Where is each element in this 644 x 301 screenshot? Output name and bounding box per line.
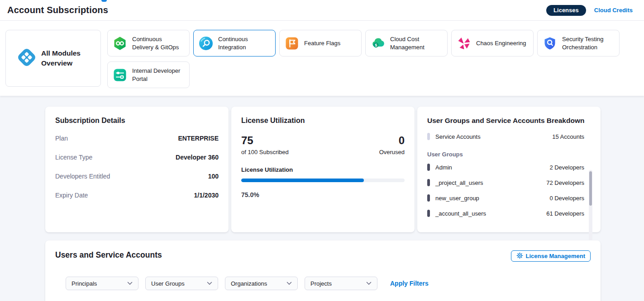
module-tile-idp[interactable]: Internal Developer Portal [107, 61, 190, 88]
group-name: Admin [435, 164, 452, 171]
group-name: _project_all_users [435, 179, 483, 186]
service-accounts-label: Service Accounts [435, 133, 481, 140]
gear-icon [516, 252, 523, 260]
dropdown-label: Projects [310, 280, 332, 287]
users-service-accounts-card: Users and Service Accounts License Manag… [45, 240, 601, 301]
group-list-scrollbar-thumb[interactable] [589, 171, 592, 206]
user-groups-heading: User Groups [427, 151, 591, 158]
license-utilization-card: License Utilization 75 of 100 Subscribed… [231, 107, 415, 232]
module-tile-ff[interactable]: Feature Flags [279, 30, 362, 56]
ci-icon [199, 37, 213, 50]
license-management-button[interactable]: License Management [511, 250, 591, 262]
module-tile-label: Cloud Cost Management [390, 35, 443, 51]
detail-value: Developer 360 [176, 154, 219, 161]
apply-filters-link[interactable]: Apply Filters [390, 280, 429, 287]
module-tile-sto[interactable]: Security Testing Orchestration [537, 30, 620, 56]
projects-dropdown[interactable]: Projects [305, 277, 377, 290]
summary-cards-row: Subscription Details Plan ENTERPRISE Lic… [45, 107, 644, 232]
group-marker [427, 194, 430, 202]
chevron-down-icon [366, 282, 372, 285]
feature-flags-icon [285, 37, 299, 50]
page-title: Account Subscriptions [7, 5, 108, 15]
licenses-tab[interactable]: Licenses [546, 5, 586, 16]
utilization-progress-track [241, 179, 405, 182]
detail-value: 100 [208, 173, 219, 180]
overused-count: 0 [379, 135, 405, 146]
group-value: 61 Developers [546, 210, 584, 217]
all-modules-icon [17, 47, 37, 69]
utilization-percent: 75.0% [241, 191, 405, 198]
used-block: 75 of 100 Subscribed [241, 135, 289, 155]
detail-label: License Type [55, 154, 92, 161]
user-group-row: _account_all_users 61 Developers [427, 206, 591, 221]
header-tabs: Licenses Cloud Credits [546, 5, 633, 16]
detail-row-license-type: License Type Developer 360 [55, 149, 219, 165]
filters-row: Principals User Groups Organizations Pro… [66, 277, 591, 290]
detail-label: Developers Entitled [55, 173, 110, 180]
module-tile-ccm[interactable]: $ Cloud Cost Management [365, 30, 448, 56]
group-marker [427, 164, 430, 171]
module-tile-label: Continuous Delivery & GitOps [132, 35, 185, 51]
dropdown-label: Organizations [231, 280, 267, 287]
used-count: 75 [241, 135, 289, 146]
module-tiles: Continuous Delivery & GitOps [107, 30, 620, 88]
module-tiles-row-2: Internal Developer Portal [107, 61, 620, 88]
chevron-down-icon [286, 282, 292, 285]
content-area: Subscription Details Plan ENTERPRISE Lic… [0, 96, 644, 301]
users-section-title: Users and Service Accounts [55, 250, 162, 260]
chevron-down-icon [127, 282, 133, 285]
principals-dropdown[interactable]: Principals [66, 277, 138, 290]
all-modules-overview-card[interactable]: All Modules Overview [5, 30, 101, 87]
module-tile-ci[interactable]: Continuous Integration [193, 30, 276, 56]
detail-label: Plan [55, 135, 68, 142]
group-name: new_user_group [435, 195, 479, 202]
security-testing-icon [543, 37, 557, 50]
usage-summary: 75 of 100 Subscribed 0 Overused [241, 135, 405, 155]
module-tile-ce[interactable]: Chaos Engineering [451, 30, 534, 56]
module-tile-cd[interactable]: Continuous Delivery & GitOps [107, 30, 190, 56]
group-value: 0 Developers [549, 195, 584, 202]
dropdown-label: Principals [72, 280, 97, 287]
user-groups-dropdown[interactable]: User Groups [145, 277, 218, 290]
svg-text:$: $ [375, 42, 377, 47]
service-accounts-row: Service Accounts 15 Accounts [427, 133, 591, 140]
page-header: Account Subscriptions Licenses Cloud Cre… [0, 0, 644, 21]
module-tile-label: Chaos Engineering [476, 39, 526, 47]
dropdown-label: User Groups [151, 280, 185, 287]
breakdown-card: User Groups and Service Accounts Breakdo… [417, 107, 601, 232]
module-tile-label: Continuous Integration [218, 35, 271, 51]
organizations-dropdown[interactable]: Organizations [225, 277, 298, 290]
user-group-row: Admin 2 Developers [427, 160, 591, 175]
overused-caption: Overused [379, 149, 405, 155]
group-marker [427, 179, 430, 186]
subscription-detail-rows: Plan ENTERPRISE License Type Developer 3… [55, 130, 219, 203]
chaos-engineering-icon [457, 37, 471, 50]
cloud-cost-icon: $ [371, 37, 385, 50]
top-section: Account Subscriptions Licenses Cloud Cre… [0, 0, 644, 96]
utilization-progress-fill [241, 179, 364, 182]
modules-row: All Modules Overview Continu [0, 21, 644, 88]
group-value: 72 Developers [546, 179, 584, 186]
detail-value: 1/1/2030 [194, 192, 219, 199]
detail-label: Expiry Date [55, 192, 88, 199]
utilization-bar-label: License Utilization [241, 166, 405, 173]
cloud-credits-tab[interactable]: Cloud Credits [594, 7, 633, 14]
group-marker [427, 210, 430, 217]
user-group-row: new_user_group 0 Developers [427, 190, 591, 206]
used-caption: of 100 Subscribed [241, 149, 289, 155]
detail-value: ENTERPRISE [178, 135, 219, 142]
subscription-details-card: Subscription Details Plan ENTERPRISE Lic… [45, 107, 229, 232]
module-tile-label: Internal Developer Portal [132, 67, 185, 83]
module-tiles-row-1: Continuous Delivery & GitOps [107, 30, 620, 56]
group-list-scrollbar [589, 170, 592, 240]
user-group-list: Admin 2 Developers _project_all_users 72… [427, 160, 591, 221]
overused-block: 0 Overused [379, 135, 405, 155]
all-modules-label: All Modules Overview [41, 48, 94, 69]
license-utilization-title: License Utilization [241, 117, 405, 125]
breakdown-title: User Groups and Service Accounts Breakdo… [427, 117, 591, 125]
detail-row-expiry-date: Expiry Date 1/1/2030 [55, 187, 219, 203]
user-group-row: _project_all_users 72 Developers [427, 175, 591, 190]
users-section-header: Users and Service Accounts License Manag… [55, 250, 591, 262]
detail-row-developers-entitled: Developers Entitled 100 [55, 168, 219, 184]
service-accounts-marker [427, 133, 430, 140]
